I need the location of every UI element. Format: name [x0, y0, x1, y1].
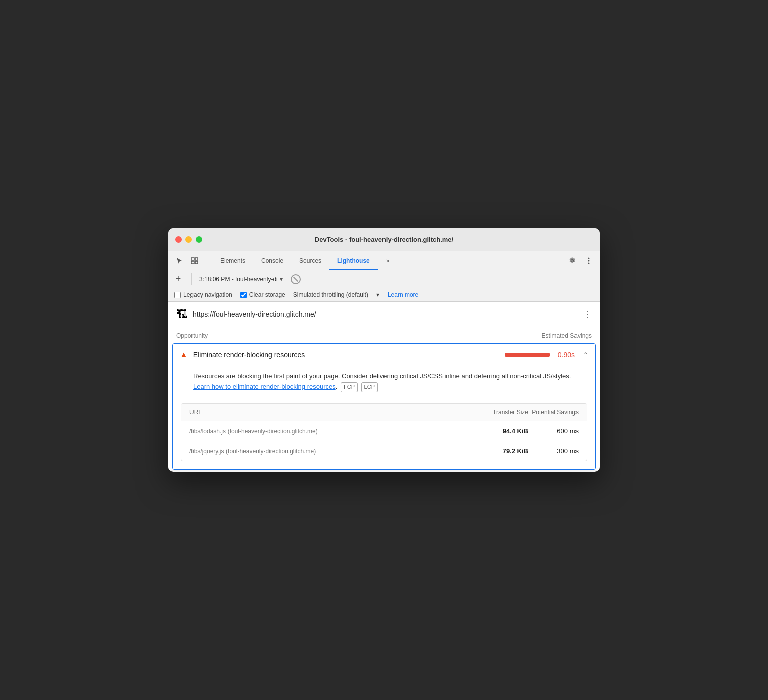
settings-icon[interactable] [565, 254, 580, 268]
url-row: 🏗 https://foul-heavenly-direction.glitch… [168, 302, 600, 327]
opportunity-label: Opportunity [176, 332, 208, 339]
audit-savings: 0.90s ⌃ [505, 351, 588, 359]
description-text: Resources are blocking the first paint o… [193, 372, 571, 380]
toolbar-right [557, 254, 596, 268]
cursor-icon[interactable] [172, 254, 186, 268]
window-controls [175, 236, 202, 243]
toolbar-tabs: Elements Console Sources Lighthouse » [212, 251, 557, 270]
throttle-dropdown-icon[interactable]: ▾ [376, 291, 379, 298]
toolbar-divider [209, 255, 209, 267]
svg-point-4 [588, 257, 590, 259]
resource-size-1: 79.2 KiB [483, 447, 528, 455]
audit-title: Eliminate render-blocking resources [193, 351, 500, 359]
svg-rect-0 [191, 258, 194, 260]
add-tab-button[interactable]: + [172, 273, 184, 285]
resource-savings-1: 300 ms [528, 447, 579, 455]
resource-url-1: /libs/jquery.js (foul-heavenly-direction… [189, 447, 483, 455]
blocked-icon [291, 274, 301, 284]
close-button[interactable] [175, 236, 182, 243]
more-options-icon[interactable] [582, 254, 596, 268]
legacy-nav-checkbox[interactable]: Legacy navigation [174, 291, 232, 298]
lcp-badge: LCP [361, 382, 378, 392]
svg-rect-1 [195, 258, 198, 260]
secondary-toolbar: + 3:18:06 PM - foul-heavenly-di ▾ [168, 270, 600, 288]
svg-rect-2 [191, 261, 194, 264]
page-url: https://foul-heavenly-direction.glitch.m… [193, 310, 578, 318]
audit-description: Resources are blocking the first paint o… [173, 365, 595, 399]
main-content: 🏗 https://foul-heavenly-direction.glitch… [168, 302, 600, 470]
title-bar: DevTools - foul-heavenly-direction.glitc… [168, 228, 600, 251]
clear-storage-checkbox[interactable]: Clear storage [240, 291, 285, 298]
tab-console[interactable]: Console [253, 251, 291, 270]
devtools-toolbar: Elements Console Sources Lighthouse » [168, 251, 600, 270]
url-dropdown-icon[interactable]: ▾ [280, 276, 283, 283]
maximize-button[interactable] [196, 236, 202, 243]
savings-time: 0.90s [555, 351, 575, 359]
learn-more-link[interactable]: Learn more [388, 291, 418, 298]
lighthouse-icon: 🏗 [176, 308, 187, 321]
opportunity-header: Opportunity Estimated Savings [168, 327, 600, 343]
throttle-label: Simulated throttling (default) [293, 291, 368, 298]
resource-domain-0: (foul-heavenly-direction.glitch.me) [228, 428, 318, 435]
audit-row: ▲ Eliminate render-blocking resources 0.… [172, 343, 596, 470]
resources-table: URL Transfer Size Potential Savings /lib… [181, 403, 587, 461]
timestamp-text: 3:18:06 PM - foul-heavenly-di [199, 276, 278, 283]
inspect-icon[interactable] [187, 254, 202, 268]
tab-more[interactable]: » [378, 251, 398, 270]
window-title: DevTools - foul-heavenly-direction.glitc… [315, 236, 453, 243]
toolbar-icons [172, 254, 202, 268]
audit-row-header[interactable]: ▲ Eliminate render-blocking resources 0.… [173, 344, 595, 365]
clear-storage-input[interactable] [240, 292, 247, 298]
legacy-nav-input[interactable] [174, 292, 181, 298]
clear-storage-label: Clear storage [249, 291, 285, 298]
description-period: . [336, 383, 338, 390]
savings-bar [505, 353, 550, 357]
resource-domain-1: (foul-heavenly-direction.glitch.me) [226, 448, 316, 455]
fcp-badge: FCP [341, 382, 358, 392]
col-header-size: Transfer Size [483, 409, 528, 416]
url-more-icon[interactable]: ⋮ [583, 309, 592, 320]
col-header-savings: Potential Savings [528, 409, 579, 416]
table-header: URL Transfer Size Potential Savings [181, 404, 587, 421]
url-bar: 3:18:06 PM - foul-heavenly-di ▾ [199, 276, 283, 283]
resource-savings-0: 600 ms [528, 427, 579, 435]
options-bar: Legacy navigation Clear storage Simulate… [168, 288, 600, 302]
sec-divider [191, 273, 192, 285]
warning-icon: ▲ [180, 350, 188, 359]
tab-elements[interactable]: Elements [212, 251, 253, 270]
legacy-nav-label: Legacy navigation [183, 291, 232, 298]
tab-lighthouse[interactable]: Lighthouse [329, 251, 378, 270]
learn-more-resources-link[interactable]: Learn how to eliminate render-blocking r… [193, 383, 336, 390]
toolbar-divider-right [560, 255, 560, 267]
estimated-savings-label: Estimated Savings [542, 332, 592, 339]
col-header-url: URL [189, 409, 483, 416]
resource-url-0: /libs/lodash.js (foul-heavenly-direction… [189, 427, 483, 435]
resource-size-0: 94.4 KiB [483, 427, 528, 435]
tab-sources[interactable]: Sources [291, 251, 329, 270]
minimize-button[interactable] [185, 236, 192, 243]
resource-row-1: /libs/jquery.js (foul-heavenly-direction… [181, 441, 587, 461]
resource-row-0: /libs/lodash.js (foul-heavenly-direction… [181, 421, 587, 441]
chevron-up-icon: ⌃ [583, 351, 588, 358]
svg-point-6 [588, 262, 590, 264]
svg-point-5 [588, 260, 590, 261]
devtools-window: DevTools - foul-heavenly-direction.glitc… [168, 228, 600, 472]
svg-rect-3 [195, 261, 198, 264]
